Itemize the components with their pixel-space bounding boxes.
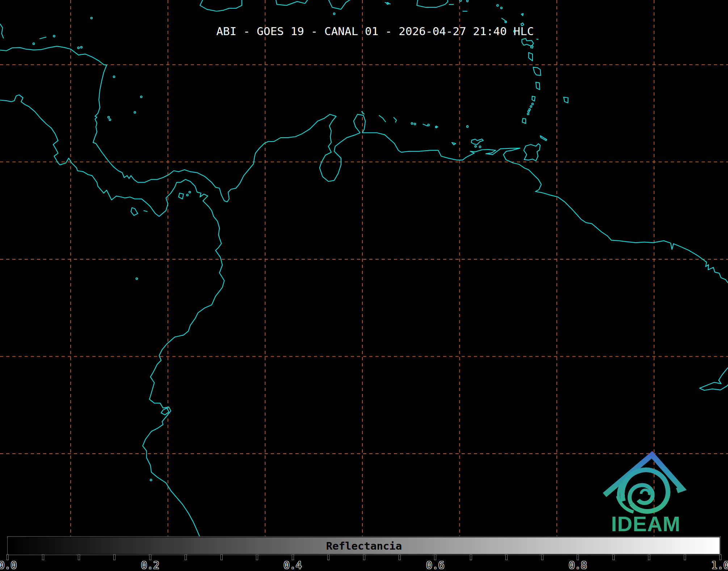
islet xyxy=(186,194,188,196)
islet xyxy=(479,146,481,148)
coastline-barbados xyxy=(564,97,568,103)
coastline-jamaica-south-coast xyxy=(200,0,242,11)
colorbar-tick-label: 1.0 xyxy=(711,559,728,571)
islet xyxy=(189,191,191,193)
colorbar-tick xyxy=(78,555,80,560)
islet xyxy=(134,112,136,113)
colorbar-tick xyxy=(256,555,258,560)
coastline-cebaco xyxy=(144,211,148,212)
islet xyxy=(77,47,79,49)
coastline-curacao xyxy=(379,115,386,122)
colorbar-tick xyxy=(292,555,294,560)
colorbar-tick xyxy=(613,555,614,560)
islet xyxy=(33,43,35,45)
islet xyxy=(467,0,468,2)
colorbar-tick xyxy=(506,555,507,560)
coastline-st-vincent xyxy=(532,96,535,101)
islet xyxy=(414,123,416,125)
colorbar-tick xyxy=(399,555,400,560)
colorbar-tick xyxy=(542,555,543,560)
colorbar-tick xyxy=(684,555,686,560)
ideam-logo: IDEAM xyxy=(605,455,682,536)
islet xyxy=(467,126,468,127)
colorbar-tick xyxy=(720,555,721,560)
coastline-la-desirade xyxy=(536,39,538,39)
islet xyxy=(530,106,532,108)
islet xyxy=(527,113,529,115)
coastline-central-south-america-pacific xyxy=(0,95,224,536)
islet xyxy=(140,96,142,98)
coastline-barbuda xyxy=(521,13,523,16)
colorbar-tick-label: 0.2 xyxy=(141,559,160,571)
colorbar-tick xyxy=(150,555,151,560)
colorbar-tick-label: 0.4 xyxy=(283,559,302,571)
coastline-amazon-estuary-fragment xyxy=(700,368,728,390)
coastline-st-lucia xyxy=(536,82,540,90)
coastline-margarita xyxy=(471,139,483,144)
coastline-coiba xyxy=(131,208,138,216)
islet xyxy=(532,103,534,105)
islet xyxy=(53,35,55,37)
satellite-image-viewer: ABI - GOES 19 - CANAL 01 - 2026-04-27 21… xyxy=(0,0,728,571)
coastline-belize-coast-fragment xyxy=(0,24,4,38)
islet xyxy=(529,109,531,110)
coastline-trinidad xyxy=(524,144,540,161)
islet xyxy=(113,76,115,78)
coastline-los-roques xyxy=(423,124,428,126)
islet xyxy=(475,146,476,147)
latlon-grid xyxy=(0,0,728,536)
colorbar-tick xyxy=(185,555,186,560)
islet xyxy=(136,278,138,280)
coastline-roatan xyxy=(39,37,46,39)
colorbar-tick xyxy=(328,555,329,560)
islet xyxy=(333,13,335,15)
colorbar-tick xyxy=(363,555,365,560)
map-canvas: ABI - GOES 19 - CANAL 01 - 2026-04-27 21… xyxy=(0,0,728,536)
coastline-puerto-rico-south-coast xyxy=(417,0,448,7)
islet xyxy=(497,5,498,7)
coastline-guadeloupe xyxy=(522,38,534,46)
coastline-dominican-republic-barahona xyxy=(328,0,351,9)
colorbar-tick-label: 0.6 xyxy=(426,559,445,571)
islet xyxy=(109,119,111,121)
coastline-martinique xyxy=(533,67,541,76)
coastline-aruba xyxy=(361,112,364,114)
colorbar-tick xyxy=(114,555,115,560)
colorbar-label: Reflectancia xyxy=(0,540,728,552)
coastline-bonaire xyxy=(394,117,396,123)
colorbar-tick xyxy=(221,555,222,560)
colorbar: Reflectancia 0.00.20.40.60.81.0 xyxy=(0,536,728,571)
islet xyxy=(460,0,462,1)
islet xyxy=(505,21,507,23)
islet xyxy=(501,7,502,9)
coastline-pearl-islands xyxy=(178,193,184,199)
colorbar-tick xyxy=(577,555,578,560)
islet xyxy=(80,46,82,48)
colorbar-tick xyxy=(648,555,650,560)
coastline-tobago xyxy=(540,136,547,140)
colorbar-tick xyxy=(470,555,472,560)
map-title: ABI - GOES 19 - CANAL 01 - 2026-04-27 21… xyxy=(216,25,534,38)
coastline-haiti-south-coast xyxy=(276,0,308,5)
islet xyxy=(150,479,152,481)
coastlines xyxy=(0,0,728,536)
islet xyxy=(108,116,110,118)
islet xyxy=(91,17,92,19)
coastline-grenada xyxy=(522,118,526,123)
colorbar-tick-label: 0.0 xyxy=(0,559,17,571)
colorbar-tick xyxy=(434,555,436,560)
coastline-marie-galante xyxy=(531,46,533,48)
coastline-dominica xyxy=(529,53,533,61)
coastline-central-south-america-caribbean-atlantic xyxy=(0,46,728,283)
islet xyxy=(411,123,413,125)
islet xyxy=(428,124,429,126)
colorbar-tick xyxy=(42,555,44,560)
colorbar-tick xyxy=(7,555,8,560)
logo-text: IDEAM xyxy=(611,512,681,536)
colorbar-tick-label: 0.8 xyxy=(569,559,587,571)
coastline-la-tortuga xyxy=(452,143,456,145)
islet xyxy=(528,110,530,112)
